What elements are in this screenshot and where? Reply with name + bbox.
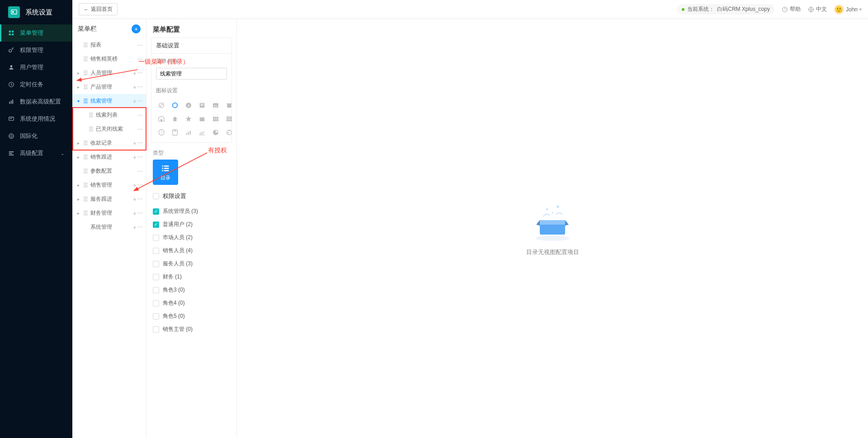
tree-item[interactable]: ☰参数配置 ⋯ <box>72 164 146 178</box>
icon-option[interactable] <box>197 100 208 111</box>
more-icon[interactable]: ⋯ <box>137 70 142 77</box>
more-icon[interactable]: ⋯ <box>137 56 142 62</box>
tree-item[interactable]: ▸☰销售跟进+ ⋯ <box>72 150 146 164</box>
logo-icon <box>8 6 20 18</box>
tree-item[interactable]: ▸☰人员管理+ ⋯ <box>72 66 146 80</box>
more-icon[interactable]: ⋯ <box>137 210 142 217</box>
nav-item-2[interactable]: 用户管理 <box>0 59 72 76</box>
permission-checkbox[interactable] <box>153 208 159 215</box>
add-child-icon[interactable]: + <box>133 154 137 161</box>
more-icon[interactable]: ⋯ <box>137 168 142 174</box>
perm-select-all-checkbox[interactable] <box>153 193 159 199</box>
tree-item-child[interactable]: ☰已关闭线索⋯ <box>72 122 146 136</box>
more-icon[interactable]: ⋯ <box>137 224 142 231</box>
permission-checkbox[interactable] <box>153 313 159 320</box>
workspace: 菜单栏 + ☰报表 ⋯☰销售精英榜 ⋯▸☰人员管理+ ⋯▸☰产品管理+ ⋯▾☰线… <box>72 19 868 438</box>
more-icon[interactable]: ⋯ <box>137 182 142 189</box>
nav-item-3[interactable]: 定时任务 <box>0 76 72 93</box>
icon-option[interactable] <box>156 113 167 124</box>
nav-item-6[interactable]: 国际化 <box>0 127 72 145</box>
tree-item[interactable]: 系统管理+ ⋯ <box>72 220 146 234</box>
icon-option[interactable] <box>170 100 180 111</box>
icon-option[interactable] <box>170 113 180 124</box>
permission-row[interactable]: 销售主管 (0) <box>153 323 230 336</box>
more-icon[interactable]: ⋯ <box>137 84 142 91</box>
icon-option[interactable]: Aa <box>210 100 221 111</box>
svg-point-67 <box>557 205 559 207</box>
tree-item[interactable]: ▸☰财务管理+ ⋯ <box>72 206 146 220</box>
permission-row[interactable]: 销售人员 (4) <box>153 244 230 257</box>
nav-item-5[interactable]: 系统使用情况 <box>0 110 72 127</box>
nav-item-4[interactable]: 数据表高级配置 <box>0 93 72 110</box>
svg-rect-27 <box>201 104 204 104</box>
add-child-icon[interactable]: + <box>133 84 137 91</box>
icon-option[interactable] <box>197 113 208 124</box>
tree-item[interactable]: ☰报表 ⋯ <box>72 38 146 52</box>
back-button[interactable]: ← 返回首页 <box>79 3 118 15</box>
permission-checkbox[interactable] <box>153 248 159 254</box>
more-icon[interactable]: ⋯ <box>137 126 142 132</box>
help-link[interactable]: ? 帮助 <box>782 5 801 13</box>
menu-name-input[interactable] <box>156 68 227 80</box>
add-child-icon[interactable]: + <box>133 224 137 231</box>
nav-item-7[interactable]: 高级配置⌄ <box>0 145 72 162</box>
icon-option[interactable] <box>224 127 235 138</box>
icon-option[interactable] <box>210 127 221 138</box>
icon-option[interactable] <box>183 113 194 124</box>
more-icon[interactable]: ⋯ <box>137 112 142 118</box>
menu-item-icon: ☰ <box>82 42 89 48</box>
more-icon[interactable]: ⋯ <box>137 196 142 203</box>
permission-row[interactable]: 角色4 (0) <box>153 297 230 310</box>
tree-item[interactable]: ▸☰收款记录+ ⋯ <box>72 136 146 150</box>
add-child-icon[interactable]: + <box>133 210 137 217</box>
more-icon[interactable]: ⋯ <box>137 154 142 161</box>
icon-option[interactable] <box>183 127 194 138</box>
add-child-icon[interactable]: + <box>133 196 137 203</box>
permission-row[interactable]: 系统管理员 (3) <box>153 205 230 218</box>
user-menu[interactable]: 🙂 John ▾ <box>834 5 862 14</box>
nav-item-1[interactable]: 权限管理 <box>0 42 72 59</box>
permission-row[interactable]: 市场人员 (2) <box>153 231 230 244</box>
current-system-tag[interactable]: 当前系统： 白码CRM Xplus_copy <box>677 4 774 14</box>
icon-option[interactable]: ? <box>156 127 167 138</box>
permission-checkbox[interactable] <box>153 235 159 241</box>
tree-item[interactable]: ▸☰销售管理+ ⋯ <box>72 178 146 192</box>
icon-option[interactable] <box>224 100 235 111</box>
add-menu-button[interactable]: + <box>132 24 141 33</box>
permission-checkbox[interactable] <box>153 221 159 228</box>
icon-option[interactable] <box>156 100 167 111</box>
more-icon[interactable]: ⋯ <box>137 98 142 105</box>
tree-item[interactable]: ☰销售精英榜 ⋯ <box>72 52 146 66</box>
permission-checkbox[interactable] <box>153 261 159 267</box>
more-icon[interactable]: ⋯ <box>137 42 142 48</box>
icon-option[interactable] <box>170 127 180 138</box>
tree-item-child[interactable]: ☰线索列表⋯ <box>72 108 146 122</box>
add-child-icon[interactable]: + <box>133 140 137 147</box>
permission-row[interactable]: 财务 (1) <box>153 270 230 283</box>
icon-option[interactable] <box>197 127 208 138</box>
topbar: ← 返回首页 当前系统： 白码CRM Xplus_copy ? 帮助 中文 <box>72 0 868 19</box>
tree-item[interactable]: ▸☰产品管理+ ⋯ <box>72 80 146 94</box>
permission-checkbox[interactable] <box>153 274 159 280</box>
icon-option[interactable]: ¥ <box>183 100 194 111</box>
svg-rect-10 <box>9 102 10 104</box>
tree-item[interactable]: ▸☰服务跟进+ ⋯ <box>72 192 146 206</box>
add-child-icon[interactable]: + <box>133 70 137 77</box>
icon-option[interactable] <box>224 113 235 124</box>
permission-row[interactable]: 服务人员 (3) <box>153 257 230 270</box>
nav-item-0[interactable]: 菜单管理 <box>0 24 72 42</box>
more-icon[interactable]: ⋯ <box>137 140 142 147</box>
type-directory-option[interactable]: 目录 <box>153 160 178 185</box>
nav-icon <box>8 81 14 88</box>
permission-row[interactable]: 普通用户 (2) <box>153 218 230 231</box>
permission-checkbox[interactable] <box>153 300 159 306</box>
icon-option[interactable] <box>210 113 221 124</box>
permission-row[interactable]: 角色3 (0) <box>153 283 230 297</box>
language-switch[interactable]: 中文 <box>808 5 827 13</box>
permission-checkbox[interactable] <box>153 326 159 333</box>
permission-checkbox[interactable] <box>153 287 159 293</box>
permission-row[interactable]: 角色5 (0) <box>153 310 230 323</box>
tree-item[interactable]: ▾☰线索管理+ ⋯ <box>72 94 146 108</box>
add-child-icon[interactable]: + <box>133 182 137 189</box>
add-child-icon[interactable]: + <box>133 98 137 105</box>
